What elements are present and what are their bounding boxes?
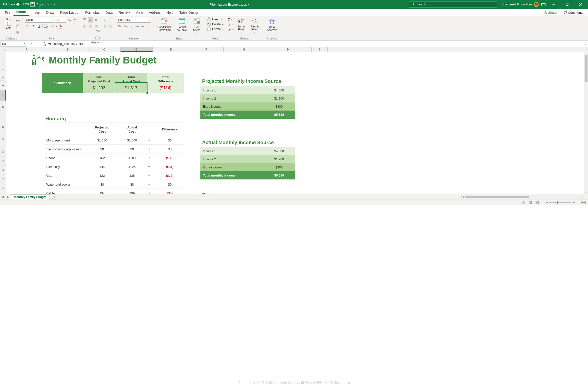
wrap-text-icon[interactable]: abc (83, 29, 113, 34)
cell-styles-button[interactable]: Cell Styles▾ (191, 17, 203, 35)
row-header-15[interactable]: 15 (0, 193, 6, 202)
sheet-nav-next[interactable]: ▶ (5, 196, 11, 198)
decrease-indent-icon[interactable] (101, 24, 107, 29)
increase-decimal-icon[interactable]: .0.00 (134, 24, 140, 29)
col-header-B[interactable]: B (47, 47, 88, 52)
page-break-view-icon[interactable] (535, 200, 540, 205)
tab-view[interactable]: View (133, 9, 146, 16)
accounting-format-icon[interactable]: $▾ (117, 24, 122, 29)
find-select-button[interactable]: Find & Select▾ (249, 17, 261, 34)
paste-button[interactable]: Paste▾ (2, 17, 14, 33)
row-header-13[interactable]: 13 (0, 175, 6, 184)
increase-indent-icon[interactable] (107, 24, 113, 29)
col-header-E[interactable]: E (153, 47, 189, 52)
cut-icon[interactable] (15, 17, 20, 22)
add-sheet-button[interactable]: + (52, 194, 57, 200)
user-account[interactable]: Sharpened Productions SP (502, 2, 539, 7)
save-icon[interactable] (30, 2, 35, 6)
number-format-combo[interactable]: Currency▾ (117, 17, 151, 22)
decrease-decimal-icon[interactable]: .00.0 (140, 24, 146, 29)
maximize-button[interactable] (562, 0, 573, 9)
underline-icon[interactable]: U▾ (36, 24, 42, 29)
row-header-10[interactable]: 10 (0, 147, 6, 157)
tab-review[interactable]: Review (116, 9, 133, 16)
tab-formulas[interactable]: Formulas (82, 9, 102, 16)
copy-icon[interactable]: ▾ (15, 24, 20, 29)
format-painter-icon[interactable] (15, 30, 20, 35)
row-header-1[interactable]: 1 (0, 52, 6, 68)
fx-icon[interactable]: fx (42, 42, 47, 46)
tab-insert[interactable]: Insert (29, 9, 43, 16)
font-size-combo[interactable]: 14▾ (55, 17, 66, 22)
col-header-F[interactable]: F (189, 47, 224, 52)
align-right-icon[interactable] (94, 24, 99, 29)
comma-format-icon[interactable]: , (129, 24, 134, 29)
decrease-font-icon[interactable]: A▾ (72, 17, 78, 22)
undo-icon[interactable] (36, 2, 41, 6)
clear-icon[interactable]: ▾ (228, 28, 234, 32)
align-top-icon[interactable] (82, 17, 87, 22)
bold-icon[interactable]: B (25, 24, 30, 29)
col-header-H[interactable]: H (265, 47, 312, 52)
share-button[interactable]: Share (541, 10, 559, 16)
row-header-9[interactable]: 9 (0, 132, 6, 147)
italic-icon[interactable]: I (31, 24, 36, 29)
delete-cells-button[interactable]: Delete▾ (207, 22, 223, 26)
name-box[interactable]: D5▾ (0, 41, 27, 46)
col-header-I[interactable]: I (312, 47, 327, 52)
fill-icon[interactable]: ▾ (228, 23, 234, 27)
tab-addins[interactable]: Add-ins (146, 9, 163, 16)
col-header-G[interactable]: G (224, 47, 265, 52)
fill-color-icon[interactable]: ▾ (50, 24, 55, 29)
row-header-3[interactable]: 3 (0, 73, 6, 81)
row-header-12[interactable]: 12 (0, 166, 6, 175)
row-header-6[interactable]: 6 (0, 101, 6, 114)
conditional-formatting-button[interactable]: Conditional Formatting▾ (155, 17, 173, 35)
comments-button[interactable]: Comments (561, 10, 586, 16)
tab-table-design[interactable]: Table Design (176, 9, 202, 16)
autosum-icon[interactable]: Σ▾ (228, 17, 234, 22)
format-cells-button[interactable]: Format▾ (207, 27, 224, 32)
zoom-slider[interactable] (549, 202, 571, 203)
tab-draw[interactable]: Draw (43, 9, 57, 16)
col-header-A[interactable]: A (6, 47, 47, 52)
row-header-8[interactable]: 8 (0, 122, 6, 132)
col-header-D[interactable]: D (121, 47, 153, 52)
insert-cells-button[interactable]: Insert▾ (207, 17, 222, 22)
row-header-16[interactable]: 16 (0, 202, 6, 205)
row-header-7[interactable]: 7 (0, 114, 6, 122)
search-input[interactable]: Search (409, 2, 497, 8)
cancel-formula-icon[interactable]: ✕ (29, 42, 34, 46)
enter-formula-icon[interactable]: ✓ (35, 42, 40, 46)
redo-icon[interactable] (45, 2, 49, 6)
formula-input[interactable]: =Housing[[#Totals],[Actual (47, 42, 583, 46)
orientation-icon[interactable]: ab▾ (101, 17, 107, 22)
close-button[interactable] (575, 0, 586, 9)
font-color-icon[interactable]: A▾ (58, 24, 63, 29)
horizontal-scroll-thumb[interactable] (465, 196, 529, 198)
percent-format-icon[interactable]: % (123, 24, 128, 29)
vertical-scrollbar[interactable] (584, 52, 588, 194)
align-center-icon[interactable] (88, 24, 93, 29)
format-as-table-button[interactable]: Format as Table▾ (174, 17, 189, 35)
select-all-button[interactable] (0, 47, 6, 52)
align-left-icon[interactable] (82, 24, 87, 29)
tab-home[interactable]: Home (13, 8, 29, 16)
font-combo[interactable]: Calibri▾ (25, 17, 54, 22)
zoom-in-button[interactable]: + (573, 200, 575, 204)
tab-file[interactable]: File (2, 9, 13, 16)
align-middle-icon[interactable] (88, 17, 93, 22)
increase-font-icon[interactable]: A▴ (66, 17, 72, 22)
tab-data[interactable]: Data (102, 9, 116, 16)
tab-help[interactable]: Help (163, 9, 176, 16)
zoom-level[interactable]: 80% (576, 201, 586, 204)
border-icon[interactable]: ▾ (43, 24, 48, 29)
zoom-out-button[interactable]: − (546, 200, 548, 204)
minimize-button[interactable] (548, 0, 559, 9)
row-header-4[interactable]: 4 (0, 81, 6, 90)
normal-view-icon[interactable] (521, 200, 526, 205)
merge-center-icon[interactable]: ▾ (83, 35, 113, 41)
row-header-11[interactable]: 11 (0, 157, 6, 166)
col-header-C[interactable]: C (88, 47, 121, 52)
row-header-2[interactable]: 2 (0, 68, 6, 73)
